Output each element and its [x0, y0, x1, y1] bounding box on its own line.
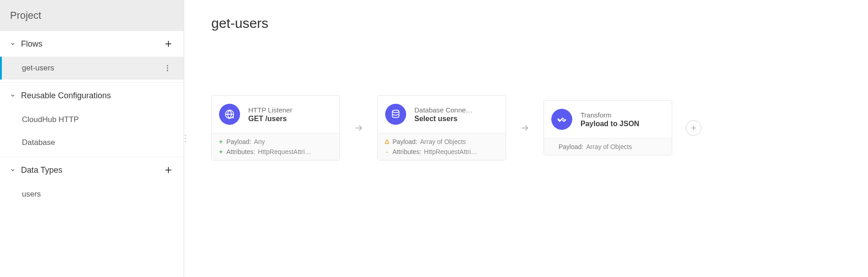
chevron-down-icon [10, 167, 16, 173]
meta-val: Any [254, 138, 265, 145]
flow-row: HTTP Listener GET /users + Payload: Any … [211, 95, 841, 160]
plus-icon: + [218, 148, 224, 155]
flow-title: get-users [211, 16, 841, 31]
spacer: . [550, 143, 556, 150]
section-flows-items: get-users [0, 57, 183, 82]
meta-line: + Payload: Any [218, 138, 333, 145]
meta-key: Payload: [559, 143, 583, 150]
sidebar-item-label: Database [22, 138, 55, 147]
card-meta: Δ Payload: Array of Objects - Attributes… [378, 133, 506, 160]
meta-line: - Attributes: HttpRequestAttri… [384, 148, 499, 155]
sidebar-header: Project [0, 0, 183, 31]
meta-key: Payload: [392, 138, 417, 145]
flow-canvas: get-users HTTP Listener GET /users [184, 0, 868, 277]
chevron-down-icon [10, 41, 16, 47]
add-data-type-button[interactable] [163, 165, 173, 175]
database-icon [385, 104, 406, 125]
sidebar-item-label: users [22, 190, 41, 199]
card-meta: . Payload: Array of Objects [544, 138, 672, 155]
card-name: Payload to JSON [580, 120, 664, 128]
section-configs: Reusable Configurations CloudHub HTTP Da… [0, 83, 183, 157]
meta-key: Attributes: [226, 148, 255, 155]
sidebar-item-users-type[interactable]: users [0, 183, 183, 206]
meta-line: + Attributes: HttpRequestAttri… [218, 148, 333, 155]
sidebar-item-database[interactable]: Database [0, 131, 183, 154]
sidebar-item-label: CloudHub HTTP [22, 115, 79, 124]
flow-card-database[interactable]: Database Conne… Select users Δ Payload: … [377, 95, 506, 160]
transform-icon [551, 109, 572, 130]
svg-point-9 [392, 110, 399, 113]
svg-point-4 [167, 70, 168, 71]
section-flows-label: Flows [21, 39, 42, 49]
section-data-types-header[interactable]: Data Types [0, 157, 183, 183]
sidebar-item-cloudhub-http[interactable]: CloudHub HTTP [0, 108, 183, 131]
svg-point-2 [167, 65, 168, 66]
section-data-types-label: Data Types [21, 165, 63, 175]
delta-icon: Δ [384, 138, 390, 145]
card-type: Transform [580, 111, 664, 119]
add-step-button[interactable] [686, 120, 701, 136]
section-configs-header[interactable]: Reusable Configurations [0, 83, 183, 108]
card-type: Database Conne… [414, 106, 497, 114]
meta-line: . Payload: Array of Objects [550, 143, 665, 150]
meta-val: HttpRequestAttri… [258, 148, 311, 155]
sidebar-item-label: get-users [22, 64, 54, 73]
globe-icon [219, 104, 240, 125]
meta-val: Array of Objects [420, 138, 465, 145]
arrow-right-icon [354, 123, 364, 133]
flow-item-menu-button[interactable] [163, 64, 172, 72]
section-flows-header[interactable]: Flows [0, 31, 183, 57]
plus-icon: + [218, 138, 224, 145]
section-configs-items: CloudHub HTTP Database [0, 108, 183, 157]
sidebar-item-get-users[interactable]: get-users [0, 57, 183, 80]
svg-point-3 [167, 68, 168, 69]
card-type: HTTP Listener [248, 106, 331, 114]
meta-key: Attributes: [392, 148, 421, 155]
sidebar-resize-handle[interactable] [185, 135, 186, 143]
meta-key: Payload: [226, 138, 251, 145]
project-sidebar: Project Flows get-users [0, 0, 184, 277]
section-data-types: Data Types users [0, 157, 183, 208]
chevron-down-icon [10, 93, 16, 98]
add-flow-button[interactable] [163, 39, 173, 49]
card-meta: + Payload: Any + Attributes: HttpRequest… [212, 133, 340, 160]
section-configs-label: Reusable Configurations [21, 91, 111, 101]
arrow-right-icon [520, 123, 530, 133]
card-name: GET /users [248, 115, 331, 123]
card-name: Select users [414, 115, 497, 123]
section-data-types-items: users [0, 183, 183, 208]
meta-val: HttpRequestAttri… [424, 148, 477, 155]
flow-card-transform[interactable]: Transform Payload to JSON . Payload: Arr… [544, 100, 672, 155]
meta-val: Array of Objects [586, 143, 632, 150]
sidebar-title: Project [10, 10, 41, 21]
flow-card-http-listener[interactable]: HTTP Listener GET /users + Payload: Any … [211, 95, 340, 160]
section-flows: Flows get-users [0, 31, 183, 83]
meta-line: Δ Payload: Array of Objects [384, 138, 499, 145]
minus-icon: - [384, 148, 390, 155]
